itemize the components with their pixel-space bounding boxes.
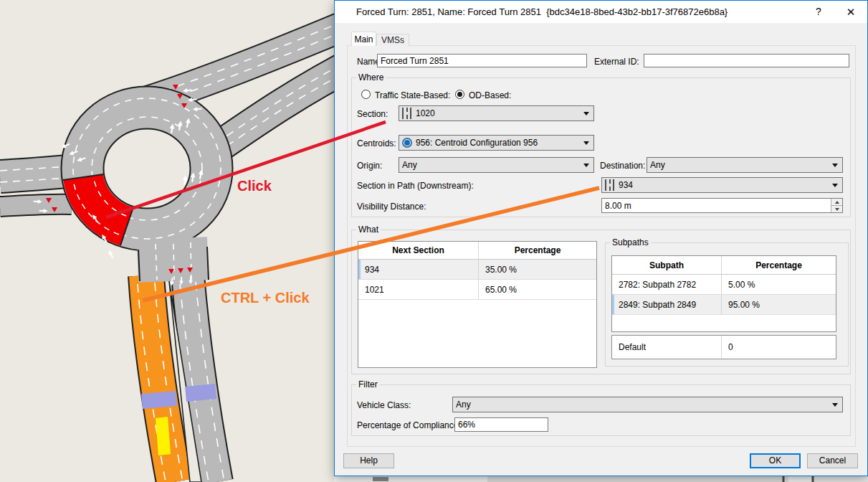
col-percentage[interactable]: Percentage — [722, 256, 836, 274]
chevron-down-icon — [583, 164, 589, 167]
where-legend: Where — [356, 72, 386, 82]
road-sw-stub — [0, 204, 72, 207]
spin-down-icon[interactable] — [831, 206, 842, 212]
centroids-combo[interactable]: 956: Centroid Configuration 956 — [399, 135, 594, 151]
ok-button[interactable]: OK — [750, 453, 801, 468]
visibility-distance-input[interactable] — [602, 201, 831, 211]
what-legend: What — [356, 225, 381, 235]
chevron-down-icon — [583, 112, 589, 115]
origin-label: Origin: — [357, 161, 382, 171]
destination-combo[interactable]: Any — [647, 157, 843, 173]
centroids-label: Centroids: — [357, 138, 396, 148]
vehicle-class-combo[interactable]: Any — [452, 397, 843, 412]
name-input[interactable] — [377, 54, 587, 67]
click-annotation: Click — [237, 178, 272, 194]
detector-orange-road[interactable] — [141, 391, 177, 409]
external-id-input[interactable] — [644, 54, 849, 67]
ctrl-click-annotation: CTRL + Click — [221, 290, 310, 306]
table-row[interactable]: 2782: Subpath 2782 5.00 % — [612, 275, 836, 295]
subpaths-table[interactable]: ⌄ Subpath Percentage 2782: Subpath 2782 … — [611, 255, 836, 332]
table-row[interactable]: Default 0 — [612, 336, 836, 359]
visibility-distance-label: Visibility Distance: — [357, 202, 426, 212]
table-row[interactable]: 2849: Subpath 2849 95.00 % — [612, 295, 836, 315]
chevron-down-icon — [832, 184, 838, 187]
chevron-down-icon — [832, 164, 838, 167]
table-header[interactable]: ⌄ Next Section Percentage — [358, 242, 596, 260]
spin-up-icon[interactable] — [831, 199, 842, 206]
section-combo[interactable]: 1020 — [399, 105, 594, 121]
subpaths-default-row[interactable]: Default 0 — [611, 335, 836, 359]
od-based-radio[interactable] — [455, 90, 464, 99]
col-percentage[interactable]: Percentage — [479, 242, 596, 259]
col-subpath[interactable]: ⌄ Subpath — [612, 256, 722, 274]
dialog-titlebar[interactable]: Forced Turn: 2851, Name: Forced Turn 285… — [335, 1, 867, 23]
visibility-distance-spinbox[interactable] — [601, 198, 843, 213]
close-icon[interactable]: ✕ — [840, 1, 862, 23]
forced-turn-dialog: Forced Turn: 2851, Name: Forced Turn 285… — [334, 0, 868, 476]
section-label: Section: — [357, 109, 388, 119]
compliance-label: Percentage of Compliance: — [357, 420, 461, 430]
next-section-table[interactable]: ⌄ Next Section Percentage 934 35.00 % 10… — [358, 241, 597, 368]
tab-vmss[interactable]: VMSs — [376, 34, 409, 46]
destination-label: Destination: — [600, 161, 645, 171]
chevron-down-icon — [583, 141, 589, 145]
spinner-buttons[interactable] — [831, 199, 842, 212]
cancel-button[interactable]: Cancel — [807, 453, 858, 468]
app-stage: Forced Turn: 2851, Name: Forced Turn 285… — [0, 0, 868, 482]
col-next-section[interactable]: ⌄ Next Section — [358, 242, 479, 259]
traffic-state-radio[interactable] — [361, 90, 371, 99]
origin-combo[interactable]: Any — [399, 157, 594, 173]
section-in-path-label: Section in Path (Downstream): — [357, 181, 474, 191]
vehicle-class-label: Vehicle Class: — [357, 400, 411, 410]
external-id-label: External ID: — [594, 57, 639, 67]
chevron-down-icon — [832, 403, 838, 407]
help-button[interactable]: Help — [343, 453, 394, 468]
centroid-icon — [402, 138, 412, 148]
tab-main[interactable]: Main — [351, 32, 376, 46]
detector-gray-road[interactable] — [185, 384, 216, 402]
road-section-icon — [402, 108, 411, 119]
filter-legend: Filter — [356, 379, 380, 389]
table-row[interactable]: 1021 65.00 % — [358, 280, 596, 300]
road-section-icon — [605, 179, 614, 191]
dialog-title: Forced Turn: 2851, Name: Forced Turn 285… — [356, 1, 728, 23]
sort-chevron-icon: ⌄ — [415, 239, 421, 257]
compliance-input[interactable] — [454, 417, 548, 432]
traffic-state-label: Traffic State-Based: — [375, 90, 450, 100]
table-row[interactable]: 934 35.00 % — [358, 260, 596, 280]
sort-chevron-icon: ⌄ — [664, 253, 669, 272]
help-icon[interactable]: ? — [808, 1, 829, 23]
table-header[interactable]: ⌄ Subpath Percentage — [612, 256, 836, 275]
subpaths-legend: Subpaths — [610, 237, 651, 247]
section-in-path-combo[interactable]: 934 — [601, 177, 843, 193]
od-based-label: OD-Based: — [469, 90, 511, 100]
